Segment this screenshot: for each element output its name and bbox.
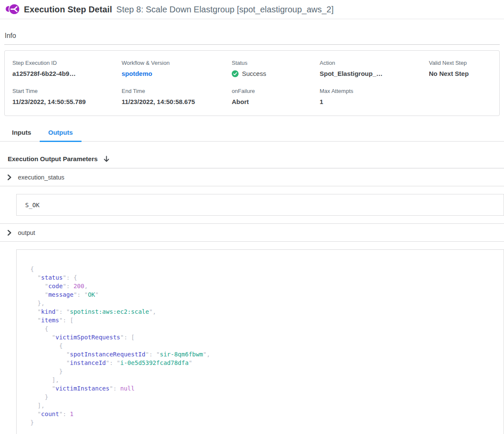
step-info-card: Step Execution ID a125728f-6b22-4b9… Wor… xyxy=(4,50,500,116)
code-line: { xyxy=(30,341,495,350)
field-value: 11/23/2022, 14:50:58.675 xyxy=(122,98,232,105)
field-value: a125728f-6b22-4b9… xyxy=(12,70,122,77)
io-tabs: Inputs Outputs xyxy=(0,116,504,142)
code-line: { xyxy=(30,265,495,273)
code-line: "status": { xyxy=(30,273,495,282)
field-label: onFailure xyxy=(232,88,320,94)
field-valid-next-step: Valid Next Step No Next Step xyxy=(429,60,499,77)
field-value: No Next Step xyxy=(429,70,499,77)
code-line: } xyxy=(30,393,495,401)
code-line: "instanceId": "i-0e5d5392fcad78dfa" xyxy=(30,359,495,367)
field-value: 11/23/2022, 14:50:55.789 xyxy=(12,98,122,105)
field-label: Max Attempts xyxy=(320,88,429,94)
field-label: Valid Next Step xyxy=(429,60,499,66)
execution-status-value-box: S_OK xyxy=(16,194,504,216)
field-label: Start Time xyxy=(12,88,122,94)
workflow-link[interactable]: spotdemo xyxy=(122,70,232,77)
field-label: Step Execution ID xyxy=(12,60,122,66)
field-step-execution-id: Step Execution ID a125728f-6b22-4b9… xyxy=(12,60,122,77)
info-section-label: Info xyxy=(4,32,500,45)
brand-logo-icon xyxy=(5,2,20,17)
field-start-time: Start Time 11/23/2022, 14:50:55.789 xyxy=(12,88,122,105)
code-line: } xyxy=(30,367,495,376)
code-line: }, xyxy=(30,299,495,307)
chevron-right-icon xyxy=(7,230,12,236)
app-header: Execution Step Detail Step 8: Scale Down… xyxy=(0,0,504,19)
code-line: "victimSpotRequests": [ xyxy=(30,333,495,341)
code-line: "kind": "spotinst:aws:ec2:scale", xyxy=(30,307,495,316)
param-name: output xyxy=(18,229,35,236)
field-label: End Time xyxy=(122,88,232,94)
code-line: "victimInstances": null xyxy=(30,384,495,393)
code-line: "message": "OK" xyxy=(30,290,495,299)
code-line: } xyxy=(30,418,495,427)
code-line: { xyxy=(30,324,495,333)
download-icon[interactable] xyxy=(103,156,110,163)
page-subtitle: Step 8: Scale Down Elastgroup [spot_elas… xyxy=(117,5,334,14)
tab-outputs[interactable]: Outputs xyxy=(40,125,82,142)
field-end-time: End Time 11/23/2022, 14:50:58.675 xyxy=(122,88,232,105)
page-title: Execution Step Detail xyxy=(24,5,112,14)
param-name: execution_status xyxy=(18,174,64,181)
output-parameters-title: Execution Output Parameters xyxy=(8,155,98,162)
code-line: ], xyxy=(30,401,495,410)
field-action: Action Spot_Elastigroup_… xyxy=(320,60,429,77)
success-check-icon xyxy=(232,70,239,77)
code-line: "items": [ xyxy=(30,316,495,324)
field-max-attempts: Max Attempts 1 xyxy=(320,88,429,105)
code-line: "count": 1 xyxy=(30,410,495,418)
field-label: Action xyxy=(320,60,429,66)
output-json-viewer: { "status": { "code": 200, "message": "O… xyxy=(16,249,504,434)
field-value: Spot_Elastigroup_… xyxy=(320,70,429,77)
code-line: "code": 200, xyxy=(30,282,495,290)
field-value: 1 xyxy=(320,98,429,105)
param-row-execution-status[interactable]: execution_status xyxy=(0,168,504,186)
field-workflow-version: Workflow & Version spotdemo xyxy=(122,60,232,77)
output-parameters-header: Execution Output Parameters xyxy=(0,142,504,168)
field-label: Status xyxy=(232,60,320,66)
field-on-failure: onFailure Abort xyxy=(232,88,320,105)
field-label: Workflow & Version xyxy=(122,60,232,66)
param-row-output[interactable]: output xyxy=(0,224,504,242)
field-status: Status Success xyxy=(232,60,320,77)
code-line: "spotInstanceRequestId": "sir-8qm6fbwm", xyxy=(30,350,495,359)
status-text: Success xyxy=(242,70,266,77)
field-value: Abort xyxy=(232,98,320,105)
code-line: ], xyxy=(30,376,495,384)
tab-inputs[interactable]: Inputs xyxy=(3,125,40,142)
chevron-right-icon xyxy=(7,174,12,180)
